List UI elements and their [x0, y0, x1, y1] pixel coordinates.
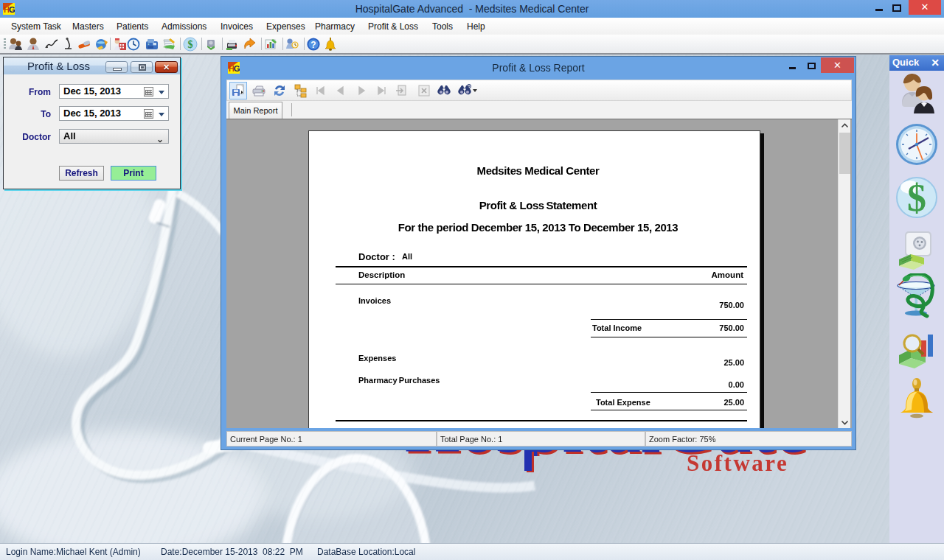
svg-text:?: ? — [310, 40, 316, 50]
svg-text:$: $ — [188, 39, 193, 50]
svg-text:$: $ — [907, 177, 926, 219]
